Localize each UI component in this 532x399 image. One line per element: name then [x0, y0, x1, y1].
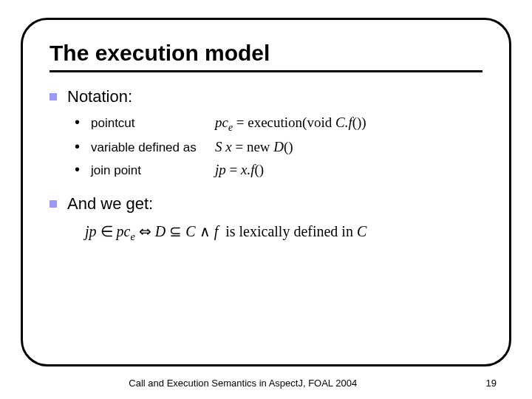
formula-pointcut: pce = execution(void C.f())	[215, 112, 366, 135]
square-bullet-icon	[50, 200, 57, 208]
bullet-result: And we get:	[50, 194, 482, 214]
sub-item-pointcut: • pointcut pce = execution(void C.f())	[75, 111, 482, 135]
formula-variable: S x = new D()	[215, 136, 293, 157]
footer-center-text: Call and Execution Semantics in AspectJ,…	[0, 378, 486, 389]
bullet-notation: Notation:	[50, 87, 482, 106]
sub-item-variable: • variable defined as S x = new D()	[75, 135, 482, 158]
sub-item-joinpoint: • join point jp = x.f()	[75, 158, 482, 181]
dot-bullet-icon: •	[75, 111, 83, 134]
formula-joinpoint: jp = x.f()	[215, 159, 264, 180]
result-formula-block: jp ∈ pce ⇔ D ⊆ C ∧ f is lexically define…	[85, 222, 482, 243]
slide-title: The execution model	[50, 41, 482, 72]
slide-frame: The execution model Notation: • pointcut…	[21, 18, 511, 366]
notation-label: Notation:	[67, 87, 132, 106]
sub-label: join point	[91, 161, 215, 180]
dot-bullet-icon: •	[75, 158, 83, 181]
sub-label: variable defined as	[91, 138, 215, 157]
formula-result: jp ∈ pce ⇔ D ⊆ C ∧ f is lexically define…	[85, 222, 482, 243]
slide-footer: Call and Execution Semantics in AspectJ,…	[0, 378, 532, 389]
footer-page-number: 19	[486, 378, 497, 389]
square-bullet-icon	[50, 93, 57, 100]
notation-sublist: • pointcut pce = execution(void C.f()) •…	[75, 111, 482, 181]
sub-label: pointcut	[91, 114, 215, 133]
dot-bullet-icon: •	[75, 135, 83, 158]
result-label: And we get:	[67, 194, 153, 214]
